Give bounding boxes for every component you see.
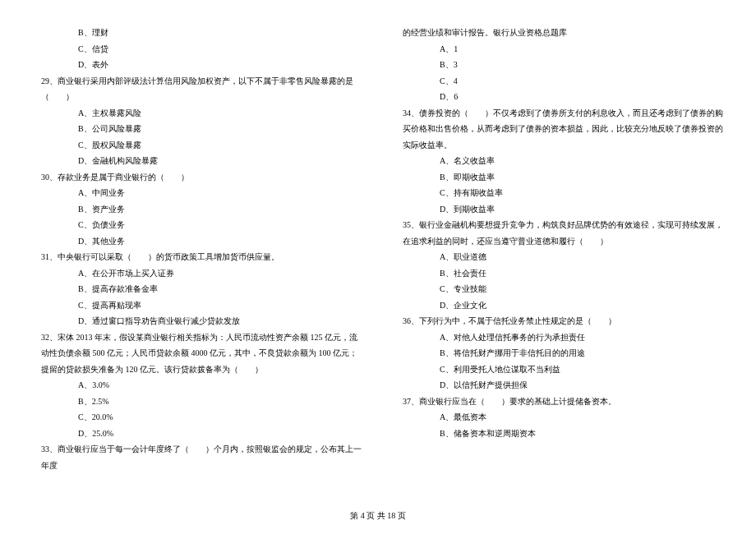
question-33: 33、商业银行应当于每一会计年度终了（ ）个月内，按照银监会的规定，公布其上一年… — [33, 441, 362, 473]
question-35: 35、银行业金融机构要想提升竞争力，构筑良好品牌优势的有效途径，实现可持续发展，… — [394, 217, 723, 249]
question-34: 34、债券投资的（ ）不仅考虑到了债券所支付的利息收入，而且还考虑到了债券的购买… — [394, 105, 723, 154]
option: D、企业文化 — [394, 297, 723, 314]
option: B、社会责任 — [394, 265, 723, 282]
option: D、金融机构风险暴露 — [33, 153, 362, 169]
option: A、主权暴露风险 — [33, 105, 362, 122]
option: A、名义收益率 — [394, 153, 723, 169]
question-33-cont: 的经营业绩和审计报告。银行从业资格总题库 — [394, 25, 723, 41]
option: A、最低资本 — [394, 409, 723, 426]
option: C、利用受托人地位谋取不当利益 — [394, 361, 723, 378]
option: B、提高存款准备金率 — [33, 281, 362, 297]
option: D、表外 — [33, 57, 362, 73]
option: B、3 — [394, 57, 723, 73]
question-29: 29、商业银行采用内部评级法计算信用风险加权资产，以下不属于非零售风险暴露的是（… — [33, 73, 362, 105]
option: D、到期收益率 — [394, 201, 723, 218]
option: B、将信托财产挪用于非信托目的的用途 — [394, 345, 723, 361]
option: B、资产业务 — [33, 201, 362, 218]
option: A、在公开市场上买入证券 — [33, 265, 362, 282]
option: C、专业技能 — [394, 281, 723, 297]
option: C、股权风险暴露 — [33, 137, 362, 154]
option: C、信贷 — [33, 41, 362, 58]
option: C、4 — [394, 73, 723, 90]
left-column: B、理财 C、信贷 D、表外 29、商业银行采用内部评级法计算信用风险加权资产，… — [33, 25, 362, 473]
question-31: 31、中央银行可以采取（ ）的货币政策工具增加货币供应量。 — [33, 249, 362, 265]
option: D、其他业务 — [33, 233, 362, 250]
option: D、25.0% — [33, 426, 362, 442]
page-footer: 第 4 页 共 18 页 — [0, 510, 756, 522]
option: B、储备资本和逆周期资本 — [394, 426, 723, 442]
question-36: 36、下列行为中，不属于信托业务禁止性规定的是（ ） — [394, 313, 723, 329]
option: C、持有期收益率 — [394, 185, 723, 201]
option: C、提高再贴现率 — [33, 297, 362, 314]
option: D、6 — [394, 89, 723, 105]
option: A、对他人处理信托事务的行为承担责任 — [394, 329, 723, 346]
option: B、即期收益率 — [394, 169, 723, 186]
option: A、1 — [394, 41, 723, 58]
option: B、理财 — [33, 25, 362, 41]
question-30: 30、存款业务是属于商业银行的（ ） — [33, 169, 362, 186]
option: C、负债业务 — [33, 217, 362, 233]
right-column: 的经营业绩和审计报告。银行从业资格总题库 A、1 B、3 C、4 D、6 34、… — [394, 25, 723, 473]
option: A、3.0% — [33, 377, 362, 394]
page-content: B、理财 C、信贷 D、表外 29、商业银行采用内部评级法计算信用风险加权资产，… — [0, 0, 756, 498]
option: A、中间业务 — [33, 185, 362, 201]
option: B、公司风险暴露 — [33, 121, 362, 137]
question-32: 32、宋体 2013 年末，假设某商业银行相关指标为：人民币流动性资产余额 12… — [33, 329, 362, 378]
option: C、20.0% — [33, 409, 362, 426]
question-37: 37、商业银行应当在（ ）要求的基础上计提储备资本。 — [394, 394, 723, 410]
option: B、2.5% — [33, 394, 362, 410]
option: D、通过窗口指导劝告商业银行减少贷款发放 — [33, 313, 362, 329]
option: D、以信托财产提供担保 — [394, 377, 723, 394]
option: A、职业道德 — [394, 249, 723, 265]
